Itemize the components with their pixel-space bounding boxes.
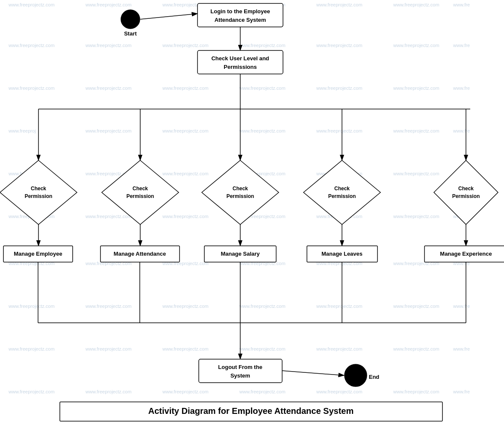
login-label-line2: Attendance System [215,17,266,23]
svg-text:www.freeprojectz.com: www.freeprojectz.com [239,43,286,48]
svg-text:www.freeprojectz.com: www.freeprojectz.com [393,171,439,176]
start-circle [121,10,140,29]
check-perm1-line1: Check [31,186,46,192]
svg-text:www.freeprojectz.com: www.freeprojectz.com [393,214,439,219]
check-perm5-line1: Check [458,186,474,192]
svg-text:www.fre: www.fre [453,346,470,351]
check-perm3-line1: Check [233,186,248,192]
svg-text:www.freeprojectz.com: www.freeprojectz.com [316,86,363,91]
svg-text:www.freeprojectz.com: www.freeprojectz.com [393,2,439,7]
svg-text:www.freeprojectz.com: www.freeprojectz.com [162,86,209,91]
svg-text:www.freeprojectz.com: www.freeprojectz.com [8,43,55,48]
svg-text:www.fre: www.fre [453,86,470,91]
svg-text:www.fre: www.fre [453,43,470,48]
svg-text:www.freeprojectz.com: www.freeprojectz.com [85,346,132,351]
svg-text:www.freeprojectz.com: www.freeprojectz.com [85,214,132,219]
svg-text:www.freeprojectz.com: www.freeprojectz.com [393,304,439,309]
svg-text:www.freeprojectz.com: www.freeprojectz.com [8,2,55,7]
check-perm3-line2: Permission [227,193,254,199]
svg-text:www.fre: www.fre [453,2,470,7]
login-label-line1: Login to the Employee [210,8,270,15]
check-perm4-line1: Check [334,186,350,192]
svg-text:www.freeprojectz.com: www.freeprojectz.com [85,128,132,133]
login-box [197,3,283,27]
svg-text:www.fre: www.fre [453,128,470,133]
svg-text:www.freeprojectz.com: www.freeprojectz.com [393,43,439,48]
logout-line1: Logout From the [218,364,262,370]
logout-box [199,359,282,383]
svg-text:www.freeprojectz.com: www.freeprojectz.com [239,86,286,91]
svg-text:www.freeprojectz.com: www.freeprojectz.com [8,346,55,351]
check-perm4-line2: Permission [328,193,356,199]
manage-salary-label: Manage Salary [221,251,260,257]
manage-employee-label: Manage Employee [14,251,62,257]
svg-text:www.freeprojectz.com: www.freeprojectz.com [393,346,439,351]
svg-text:www.freeprojectz.com: www.freeprojectz.com [239,389,286,394]
check-perm5-diamond [434,160,498,224]
svg-text:www.freeprojectz.com: www.freeprojectz.com [162,304,209,309]
svg-text:www.freeprojectz.com: www.freeprojectz.com [239,304,286,309]
diagram-container: www.freeprojectz.com www.freeprojectz.co… [0,0,504,425]
svg-text:www.freeprojectz.com: www.freeprojectz.com [8,304,55,309]
svg-text:www.freeprojectz.com: www.freeprojectz.com [162,214,209,219]
check-perm5-line2: Permission [452,193,480,199]
svg-text:www.freeprojectz.com: www.freeprojectz.com [8,86,55,91]
check-perm1-line2: Permission [25,193,53,199]
end-circle [345,364,367,387]
svg-text:www.freeprojectz.com: www.freeprojectz.com [85,86,132,91]
manage-experience-label: Manage Experience [440,251,492,257]
check-perm4-diamond [304,160,380,224]
logout-line2: System [230,372,250,379]
svg-text:www.freeprojectz.com: www.freeprojectz.com [85,43,132,48]
svg-text:www.freeprojectz.com: www.freeprojectz.com [316,389,363,394]
svg-text:www.freeprojectz.com: www.freeprojectz.com [316,304,363,309]
svg-text:www.freeprojectz.com: www.freeprojectz.com [393,389,439,394]
svg-text:www.freeproj: www.freeproj [8,128,36,133]
svg-line-92 [282,371,344,375]
svg-text:www.freeprojectz.com: www.freeprojectz.com [239,128,286,133]
end-label: End [369,374,380,380]
svg-text:www.fre: www.fre [453,389,470,394]
svg-text:www.freeprojectz.com: www.freeprojectz.com [85,389,132,394]
svg-text:www.freeprojectz.com: www.freeprojectz.com [316,128,363,133]
svg-text:www.freeprojectz.com: www.freeprojectz.com [239,346,286,351]
svg-text:www.freeprojectz.com: www.freeprojectz.com [393,128,439,133]
check-permissions-line1: Check User Level and [211,55,269,62]
svg-line-71 [140,14,197,19]
diagram-title: Activity Diagram for Employee Attendance… [148,406,354,416]
check-perm2-line1: Check [133,186,148,192]
svg-text:www.freeprojectz.com: www.freeprojectz.com [162,128,209,133]
svg-text:www.freeprojectz.com: www.freeprojectz.com [316,2,363,7]
svg-text:www.fre: www.fre [453,304,470,309]
svg-text:www.freeprojectz.com: www.freeprojectz.com [316,43,363,48]
svg-text:www.freeprojectz.com: www.freeprojectz.com [8,389,55,394]
check-permissions-box [197,50,283,74]
start-label: Start [124,30,137,37]
check-perm2-line2: Permission [127,193,154,199]
svg-text:www.freeprojectz.com: www.freeprojectz.com [162,346,209,351]
svg-text:www.freeprojectz.com: www.freeprojectz.com [393,86,439,91]
manage-attendance-label: Manage Attendance [114,251,166,257]
svg-text:www.freeprojectz.com: www.freeprojectz.com [85,2,132,7]
svg-text:www.freeprojectz.com: www.freeprojectz.com [162,43,209,48]
svg-text:www.freeprojectz.com: www.freeprojectz.com [316,346,363,351]
svg-text:www.freeprojectz.com: www.freeprojectz.com [85,304,132,309]
manage-leaves-label: Manage Leaves [321,251,363,257]
svg-text:www.freeprojectz.com: www.freeprojectz.com [162,389,209,394]
svg-text:www.freeprojectz.com: www.freeprojectz.com [162,171,209,176]
check-permissions-line2: Permissions [224,64,256,70]
